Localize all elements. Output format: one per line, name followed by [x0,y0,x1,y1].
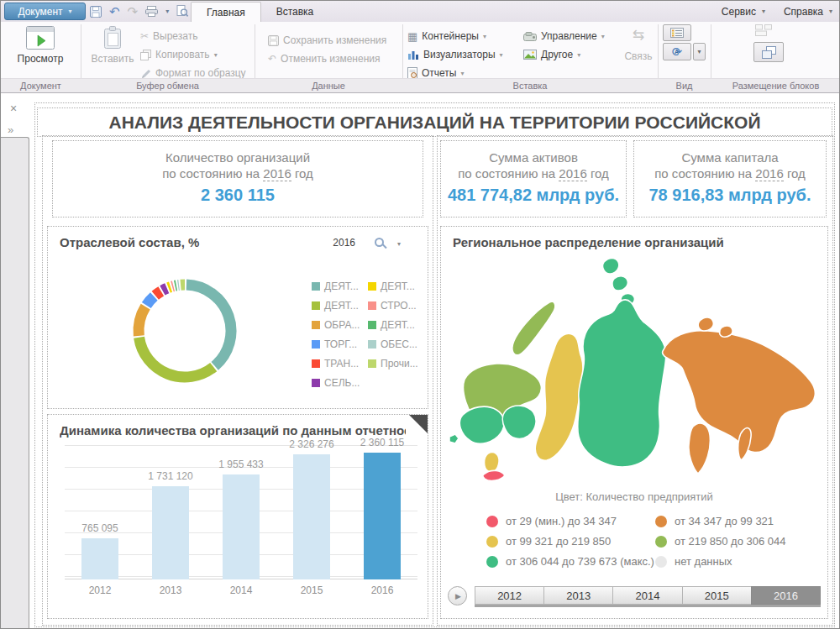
year-button-2012[interactable]: 2012 [475,586,544,605]
preview-button[interactable]: Просмотр [9,24,71,76]
tab-vstavka[interactable]: Вставка [261,1,329,22]
map-region-kaliningrad[interactable] [449,434,459,443]
redo-icon[interactable]: ↷ [128,5,139,18]
year-button-2014[interactable]: 2014 [612,586,682,605]
copy-dropdown-caret: ▾ [214,51,218,59]
industry-donut-block[interactable]: Отраслевой состав, % 2016 ▾ ДЕЯТ... ДЕЯТ… [47,226,428,409]
kpi-sublabel: по состоянию на 2016 год [53,165,423,181]
kpi-label: Сумма активов [441,149,626,165]
magnifier-icon[interactable] [375,238,384,247]
undo-changes-button[interactable]: ↶ Отменить изменения [268,51,381,66]
link-button[interactable]: ⇆ Связь [621,27,656,62]
bar-column-2016: 2 360 115 [347,445,417,579]
donut-slice-1[interactable] [139,338,214,377]
legend-item: Прочи... [368,358,422,370]
bar-column-2013: 1 731 120 [135,445,206,579]
visualizers-button[interactable]: Визуализаторы ▾ [407,47,503,62]
kpi-capital-block[interactable]: Сумма капитала по состоянию на 2016 год … [633,140,827,218]
x-label: 2012 [65,584,135,596]
map-region-south[interactable] [485,453,500,473]
bar-2013[interactable] [152,486,189,579]
map-region-chukotka-islands[interactable] [720,326,733,337]
bar-value-label: 2 360 115 [347,437,417,448]
magnifier-dropdown-caret[interactable]: ▾ [397,240,401,248]
reports-dropdown-caret: ▾ [460,70,464,77]
dynamics-bar-block[interactable]: Динамика количества организаций по данны… [47,414,428,619]
copy-button[interactable]: Копировать ▾ [140,47,218,62]
map-region-novaya-zemlya[interactable] [512,301,555,355]
kpi-org-count-block[interactable]: Количество организаций по состоянию на 2… [52,140,423,218]
auto-refresh-dropdown-button[interactable]: ▾ [693,43,706,60]
left-sidebar: × » [1,93,30,629]
legend-item: от 219 850 до 306 044 [655,535,786,548]
year-button-2015[interactable]: 2015 [682,586,752,605]
sidebar-collapsed-panel[interactable] [1,137,29,629]
blocks-layout-icon-disabled[interactable] [755,24,772,36]
management-button[interactable]: Управление ▾ [523,29,605,44]
print-dropdown-caret[interactable]: ▾ [165,8,169,15]
dashboard-title-block[interactable]: АНАЛИЗ ДЕЯТЕЛЬНОСТИ ОРГАНИЗАЦИЙ НА ТЕРРИ… [37,107,832,137]
preview-icon[interactable] [176,5,189,18]
kpi-year[interactable]: 2016 [263,166,291,181]
industry-year-filter[interactable]: 2016 [333,237,355,249]
legend-swatch [368,359,376,368]
year-button-2013[interactable]: 2013 [543,586,613,605]
year-selector: 2012 2013 2014 2015 2016 [475,586,821,607]
paste-button[interactable]: Вставить [88,24,137,76]
donut-slice-6[interactable] [169,287,171,288]
map-region-ural[interactable] [535,333,583,460]
print-icon[interactable] [145,6,158,17]
caret-down-icon: ▾ [697,48,701,55]
donut-slice-4[interactable] [155,291,161,296]
menu-help[interactable]: Справка ▾ [784,6,832,18]
map-legend-title: Цвет: Количество предприятий [441,490,827,503]
kpi-year[interactable]: 2016 [559,166,586,181]
legend-item: ДЕЯТ... [312,300,365,312]
format-painter-icon [140,68,151,79]
map-region-central[interactable] [459,406,504,443]
donut-slice-2[interactable] [139,307,145,336]
bar-2012[interactable] [81,538,118,579]
donut-slice-5[interactable] [162,288,166,291]
expand-chevrons-icon[interactable]: » [8,123,13,136]
map-region-caucasus[interactable] [483,470,505,480]
regional-map-block[interactable]: Региональное распределение организаций [440,226,828,619]
donut-slice-0[interactable] [186,285,231,366]
map-region-north-islands[interactable] [612,276,627,291]
russia-map [448,254,817,482]
undo-icon[interactable]: ↶ [109,5,120,18]
year-button-2016[interactable]: 2016 [751,586,821,605]
menu-service[interactable]: Сервис ▾ [722,6,765,18]
donut-legend-col2: ДЕЯТ... СТРО... ДЕЯТ... ОБЕС... Прочи... [368,280,422,370]
map-region-siberia[interactable] [578,300,666,467]
map-region-volga[interactable] [502,406,536,439]
kpi-assets-block[interactable]: Сумма активов по состоянию на 2016 год 4… [440,140,627,218]
donut-slice-3[interactable] [146,296,154,305]
bar-2014[interactable] [223,474,260,579]
cascade-blocks-button[interactable] [753,42,784,62]
document-menu-button[interactable]: Документ ▾ [4,3,86,20]
app-window: Документ ▾ ↶ ↷ ▾ Главная Вставка Сервис … [0,0,840,629]
containers-grid-icon: ▦ [407,30,417,43]
map-region-kamchatka[interactable] [689,423,710,474]
play-icon: ▶ [455,592,461,600]
play-button[interactable]: ▶ [448,586,467,605]
block-corner-marker [409,415,428,433]
bar-2016[interactable] [364,453,401,579]
cut-button[interactable]: ✂ Вырезать [140,29,197,44]
view-list-toggle-button[interactable] [663,24,691,41]
industry-title: Отраслевой состав, % [60,235,199,249]
x-label: 2015 [276,584,347,596]
auto-refresh-button[interactable]: ⟳A [663,43,691,60]
containers-button[interactable]: ▦ Контейнеры ▾ [407,29,486,44]
map-region-north-islands[interactable] [603,259,619,275]
map-region-fareast[interactable] [663,331,816,453]
bar-2015[interactable] [293,454,330,579]
save-changes-button[interactable]: Сохранить изменения [268,33,386,48]
close-icon[interactable]: × [10,102,17,115]
other-button[interactable]: Другое ▾ [523,47,580,62]
tab-glavnaya[interactable]: Главная [191,2,261,23]
map-region-chukotka-islands[interactable] [698,317,713,331]
kpi-year[interactable]: 2016 [755,166,783,181]
save-icon[interactable] [90,6,102,18]
